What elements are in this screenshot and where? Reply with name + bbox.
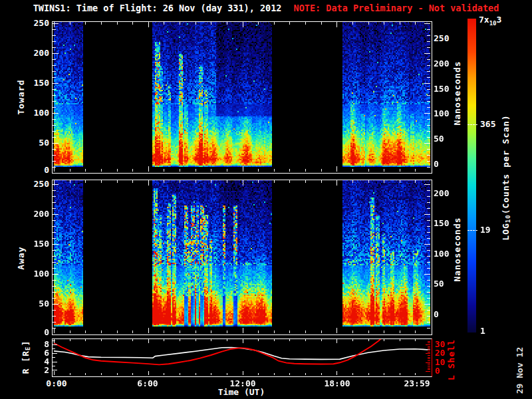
toward-nanoseconds-label: Nanoseconds	[452, 61, 462, 125]
lshell-axis-label: L Shell	[446, 339, 456, 380]
tick-mark	[164, 339, 164, 341]
tick-mark	[424, 113, 430, 114]
tick-mark	[132, 180, 133, 183]
tick-mark	[53, 47, 56, 48]
tick-mark	[211, 180, 211, 183]
tick-label: 250	[19, 179, 49, 190]
tick-mark	[424, 274, 430, 275]
tick-mark	[427, 196, 430, 197]
colorbar	[467, 19, 476, 332]
tick-mark	[428, 346, 430, 347]
tick-mark	[101, 180, 102, 183]
tick-mark	[336, 166, 337, 172]
tick-mark	[132, 373, 133, 375]
colorbar-tick-dash	[467, 124, 469, 125]
tick-mark	[101, 169, 102, 172]
tick-mark	[427, 101, 430, 102]
tick-mark	[85, 339, 86, 341]
tick-mark	[426, 362, 430, 363]
toward-spectrogram-panel	[52, 21, 432, 174]
tick-mark	[258, 180, 259, 183]
tick-mark	[427, 202, 430, 203]
tick-mark	[427, 310, 430, 311]
tick-mark	[196, 169, 196, 172]
colorbar-tick-dash	[467, 230, 469, 231]
tick-label: 200	[434, 59, 449, 69]
tick-label: 150	[434, 218, 449, 229]
tick-mark	[368, 373, 369, 375]
tick-mark	[117, 22, 118, 25]
colorbar-max-label: 7x103	[479, 15, 501, 25]
tick-mark	[427, 149, 430, 150]
tick-label: 50	[434, 279, 444, 289]
tick-mark	[243, 180, 243, 186]
tick-mark	[321, 339, 322, 341]
tick-mark	[289, 339, 290, 341]
tick-mark	[164, 331, 164, 333]
tick-mark	[352, 169, 353, 172]
tick-mark	[384, 373, 384, 375]
tick-mark	[53, 29, 56, 30]
tick-label: 100	[434, 108, 449, 119]
tick-mark	[85, 22, 86, 25]
tick-mark	[53, 155, 56, 156]
tick-mark	[427, 250, 430, 251]
tick-mark	[384, 331, 384, 333]
tick-mark	[53, 274, 59, 275]
tick-mark	[336, 180, 337, 186]
tick-mark	[117, 331, 118, 333]
tick-mark	[289, 180, 290, 183]
tick-mark	[427, 125, 430, 126]
tick-mark	[424, 244, 430, 245]
tick-mark	[274, 331, 275, 333]
tick-label: 200	[19, 48, 49, 59]
tick-mark	[148, 339, 149, 343]
tick-mark	[305, 169, 306, 172]
tick-mark	[53, 366, 55, 366]
line-series	[54, 348, 430, 360]
tick-label: 0	[435, 366, 440, 376]
tick-mark	[85, 180, 86, 183]
tick-mark	[424, 184, 430, 185]
tick-mark	[258, 331, 259, 333]
tick-mark	[53, 370, 57, 370]
tick-mark	[289, 373, 290, 375]
tick-mark	[227, 373, 227, 375]
tick-mark	[274, 22, 275, 25]
tick-mark	[415, 339, 416, 341]
tick-mark	[427, 208, 430, 209]
date-stamp: 29 Nov 12	[515, 347, 525, 394]
tick-mark	[427, 238, 430, 239]
tick-mark	[368, 22, 369, 25]
tick-mark	[427, 71, 430, 72]
tick-mark	[384, 169, 384, 172]
tick-mark	[428, 369, 430, 370]
tick-label: 0	[19, 165, 49, 176]
tick-mark	[53, 214, 59, 215]
tick-mark	[424, 23, 430, 24]
tick-mark	[321, 331, 322, 333]
tick-mark	[53, 250, 56, 251]
colorbar-tick-dash	[473, 230, 475, 231]
tick-mark	[53, 196, 56, 197]
plot-page: TWINS1: Time of Flight: 26 Nov (day 331)…	[0, 0, 532, 399]
tick-mark	[53, 208, 56, 209]
tick-mark	[53, 316, 56, 317]
tick-label: 365	[480, 119, 495, 130]
tick-mark	[427, 226, 430, 227]
tick-mark	[54, 166, 55, 172]
tick-mark	[101, 22, 102, 25]
tick-mark	[243, 371, 243, 375]
tick-mark	[53, 362, 57, 362]
tick-mark	[352, 180, 353, 183]
tick-mark	[180, 339, 180, 341]
tick-mark	[53, 344, 57, 345]
tick-mark	[117, 169, 118, 172]
tick-mark	[70, 373, 70, 375]
tick-mark	[384, 22, 384, 25]
tick-mark	[427, 89, 430, 90]
tick-mark	[424, 304, 430, 305]
tick-mark	[53, 280, 56, 281]
tick-mark	[428, 348, 430, 348]
tick-mark	[53, 53, 59, 54]
